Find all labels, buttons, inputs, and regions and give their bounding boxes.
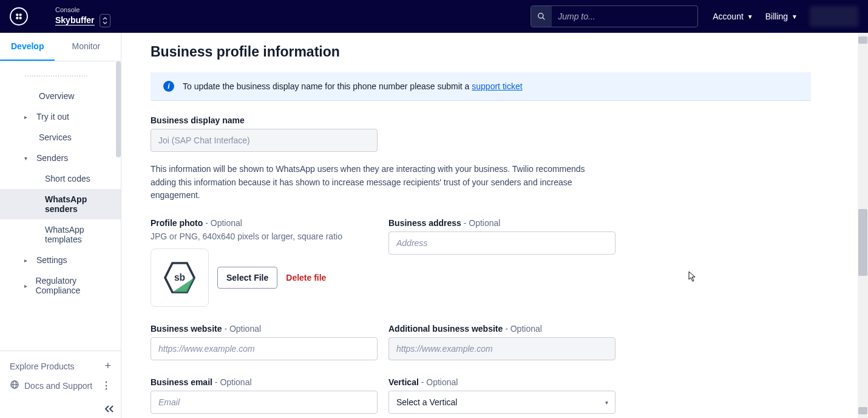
account-label: Account <box>713 12 744 21</box>
scrollbar-thumb[interactable] <box>858 209 867 276</box>
chevron-down-icon: ▼ <box>747 13 753 20</box>
business-display-name-label: Business display name <box>151 115 245 125</box>
business-website-label: Business website <box>151 324 222 334</box>
business-address-label: Business address <box>388 218 461 228</box>
chevron-right-icon: ▸ <box>24 114 33 120</box>
description-text: This information will be shown to WhatsA… <box>151 163 612 202</box>
explore-products-label[interactable]: Explore Products <box>10 361 75 371</box>
project-switcher-icon[interactable] <box>100 14 110 27</box>
account-menu[interactable]: Account ▼ <box>713 12 753 21</box>
sidebar-item-whatsapp-templates[interactable]: WhatsApp templates <box>0 219 121 250</box>
svg-point-1 <box>19 14 21 16</box>
support-ticket-link[interactable]: support ticket <box>472 81 522 91</box>
select-file-button[interactable]: Select File <box>217 267 277 289</box>
vertical-label: Vertical <box>388 377 419 387</box>
page-title: Business profile information <box>151 44 811 60</box>
business-address-input[interactable] <box>388 231 615 255</box>
search-input[interactable] <box>552 6 697 27</box>
business-website-input[interactable] <box>151 337 378 360</box>
user-avatar[interactable] <box>810 6 858 27</box>
additional-website-label: Additional business website <box>388 324 503 334</box>
scroll-up-arrow[interactable] <box>858 36 867 44</box>
scrollbar-track[interactable] <box>858 33 868 418</box>
chevron-right-icon: ▸ <box>24 257 33 264</box>
profile-photo-label: Profile photo <box>151 218 203 228</box>
sidebar-item-truncated[interactable]: ··························· <box>0 65 121 86</box>
info-icon: i <box>163 81 174 92</box>
billing-label: Billing <box>765 12 788 21</box>
svg-text:sb: sb <box>174 272 185 283</box>
sidebar-item-services[interactable]: Services <box>0 127 121 148</box>
banner-text: To update the business display name for … <box>183 81 472 91</box>
sidebar-item-whatsapp-senders[interactable]: WhatsApp senders <box>0 189 121 219</box>
svg-line-5 <box>543 18 545 20</box>
business-email-label: Business email <box>151 377 212 387</box>
scroll-down-arrow[interactable] <box>858 407 867 414</box>
collapse-sidebar-button[interactable] <box>0 400 121 418</box>
business-email-input[interactable] <box>151 391 378 414</box>
sidebar-item-try-it-out[interactable]: ▸Try it out <box>0 106 121 127</box>
additional-website-input <box>388 337 615 360</box>
main-content-area: Business profile information i To update… <box>121 33 868 418</box>
more-icon[interactable]: ⋮ <box>101 380 111 391</box>
billing-menu[interactable]: Billing ▼ <box>765 12 798 21</box>
tab-monitor[interactable]: Monitor <box>61 33 111 61</box>
chevron-right-icon: ▸ <box>24 283 32 289</box>
profile-photo-preview: sb <box>151 248 209 307</box>
top-bar: Console Skybuffer Account ▼ Billing ▼ <box>0 0 868 33</box>
delete-file-link[interactable]: Delete file <box>286 273 326 283</box>
info-banner: i To update the business display name fo… <box>151 72 811 101</box>
plus-icon[interactable]: + <box>104 360 111 372</box>
sidebar: Develop Monitor ························… <box>0 33 121 418</box>
sidebar-item-settings[interactable]: ▸Settings <box>0 250 121 270</box>
sidebar-item-regulatory[interactable]: ▸Regulatory Compliance <box>0 270 121 301</box>
svg-point-2 <box>16 17 18 19</box>
search-icon[interactable] <box>531 6 552 27</box>
logo-hexagon-icon: sb <box>161 259 198 296</box>
console-label: Console <box>55 6 110 13</box>
chevron-down-icon: ▾ <box>24 155 33 162</box>
svg-point-4 <box>538 13 543 18</box>
vertical-select[interactable]: Select a Vertical <box>388 391 615 414</box>
svg-point-3 <box>19 17 21 19</box>
project-name[interactable]: Skybuffer <box>55 15 95 26</box>
brand-logo[interactable] <box>10 7 28 26</box>
sidebar-item-senders[interactable]: ▾Senders <box>0 148 121 168</box>
tab-develop[interactable]: Develop <box>0 33 55 61</box>
sidebar-item-overview[interactable]: Overview <box>0 86 121 106</box>
sidebar-item-short-codes[interactable]: Short codes <box>0 168 121 189</box>
search-bar <box>531 5 698 27</box>
photo-hint: JPG or PNG, 640x640 pixels or larger, sq… <box>151 231 378 241</box>
svg-point-0 <box>16 14 18 16</box>
business-display-name-input <box>151 129 378 152</box>
chevron-down-icon: ▼ <box>792 13 798 20</box>
docs-support-label[interactable]: Docs and Support <box>24 381 92 391</box>
globe-icon <box>10 380 19 391</box>
